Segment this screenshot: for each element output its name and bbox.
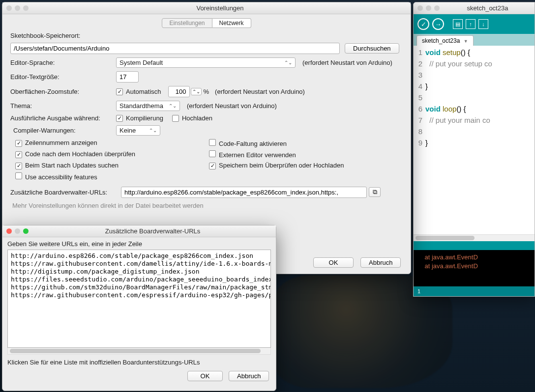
urls-textarea[interactable] (7, 250, 271, 348)
zoom-auto-checkbox[interactable] (116, 88, 123, 95)
verify-button[interactable]: ✓ (417, 18, 429, 30)
save-icon[interactable]: ↓ (478, 19, 488, 29)
close-icon[interactable] (6, 228, 12, 234)
stepper-icon[interactable]: ⌃⌄ (191, 88, 202, 95)
minimize-icon[interactable] (426, 5, 431, 11)
restart-note: (erfordert Neustart von Arduino) (215, 88, 305, 95)
file-tab-label: sketch_oct23a (422, 37, 460, 44)
status-bar: 1 (414, 286, 535, 296)
accessibility-checkbox[interactable] (15, 172, 22, 179)
save-on-verify-checkbox[interactable] (209, 163, 216, 169)
ok-button[interactable]: OK (313, 257, 354, 268)
verify-label: Code nach dem Hochladen überprüfen (25, 150, 135, 158)
language-select[interactable]: System Default⌃⌄ (116, 57, 296, 68)
unofficial-list-link[interactable]: Klicken Sie für eine Liste mit inoffizie… (2, 355, 276, 366)
urls-title: Zusätzliche Boardverwalter-URLs (33, 227, 272, 235)
restart-note: (erfordert Neustart von Arduino) (302, 59, 392, 66)
editor-scrollbar[interactable] (414, 234, 535, 241)
browse-button[interactable]: Durchsuchen (345, 43, 399, 54)
message-bar (414, 241, 535, 250)
toolbar: ✓ → ▤ ↑ ↓ (414, 14, 535, 34)
board-urls-label: Zusätzliche Boardverwalter-URLs: (10, 189, 121, 196)
urls-hint: Geben Sie weitere URLs ein, eine in jede… (2, 237, 276, 250)
language-label: Editor-Sprache: (10, 59, 116, 66)
zoom-input[interactable] (168, 86, 190, 97)
chevron-updown-icon: ⌃⌄ (149, 128, 157, 133)
urls-scrollbar[interactable] (7, 348, 271, 355)
chevron-down-icon[interactable]: ▼ (464, 39, 468, 44)
linenumbers-label: Zeilennummern anzeigen (25, 139, 97, 146)
sketchbook-path-input[interactable] (10, 43, 340, 54)
close-icon[interactable] (6, 5, 12, 11)
more-prefs-note: Mehr Voreinstellungen können direkt in d… (12, 202, 403, 209)
zoom-pct: % (204, 88, 209, 95)
external-editor-checkbox[interactable] (209, 150, 216, 157)
verbose-label: Ausführliche Ausgabe während: (10, 114, 116, 122)
theme-label: Thema: (10, 102, 116, 110)
theme-select[interactable]: Standardthema⌃⌄ (116, 101, 180, 111)
sketch-title: sketch_oct23a (445, 4, 531, 12)
tab-settings[interactable]: Einstellungen (162, 18, 212, 28)
sketchbook-label: Sketchbook-Speicherort: (10, 32, 403, 39)
external-editor-label: Externen Editor verwenden (219, 151, 296, 159)
file-tabs: sketch_oct23a ▼ (414, 34, 535, 46)
minimize-icon[interactable] (15, 5, 20, 11)
tab-network[interactable]: Netzwerk (212, 18, 251, 28)
verbose-upload-checkbox[interactable] (172, 115, 179, 122)
close-icon[interactable] (417, 5, 423, 11)
board-urls-input[interactable] (121, 187, 367, 198)
warnings-select[interactable]: Keine⌃⌄ (116, 125, 160, 136)
accessibility-label: Use accessibility features (25, 173, 97, 181)
expand-urls-button[interactable]: ⧉ (369, 187, 381, 197)
verbose-compile-label: Kompilierung (126, 114, 163, 122)
prefs-titlebar[interactable]: Voreinstellungen (2, 2, 411, 14)
fontsize-label: Editor-Textgröße: (10, 73, 116, 81)
upload-button[interactable]: → (432, 18, 444, 30)
minimize-icon[interactable] (15, 228, 20, 234)
warnings-label: Compiler-Warnungen: (10, 127, 116, 134)
code-editor[interactable]: 1void setup() { 2 // put your setup co 3… (414, 46, 535, 234)
fontsize-input[interactable] (116, 71, 139, 83)
chevron-updown-icon: ⌃⌄ (284, 60, 292, 65)
new-icon[interactable]: ▤ (453, 19, 463, 29)
file-tab[interactable]: sketch_oct23a ▼ (416, 35, 474, 46)
sketch-window: sketch_oct23a ✓ → ▤ ↑ ↓ sketch_oct23a ▼ … (413, 2, 535, 297)
zoom-icon[interactable] (23, 228, 29, 234)
verbose-compile-checkbox[interactable] (116, 115, 123, 122)
save-on-verify-label: Speichern beim Überprüfen oder Hochladen (219, 162, 344, 169)
folding-label: Code-Faltung aktivieren (219, 140, 287, 147)
chevron-updown-icon: ⌃⌄ (169, 103, 177, 109)
verbose-upload-label: Hochladen (182, 114, 212, 122)
updates-checkbox[interactable] (15, 163, 22, 169)
zoom-icon[interactable] (23, 5, 29, 11)
ok-button[interactable]: OK (187, 371, 223, 381)
zoom-label: Oberflächen-Zoomstufe: (10, 88, 116, 95)
sketch-titlebar[interactable]: sketch_oct23a (414, 2, 535, 14)
prefs-title: Voreinstellungen (33, 4, 407, 12)
updates-label: Beim Start nach Updates suchen (25, 162, 119, 169)
cancel-button[interactable]: Abbruch (229, 371, 269, 381)
linenumbers-checkbox[interactable] (15, 140, 22, 147)
prefs-tabs: Einstellungen Netzwerk (10, 18, 403, 28)
zoom-auto-label: Automatisch (126, 88, 161, 95)
urls-titlebar[interactable]: Zusätzliche Boardverwalter-URLs (2, 225, 276, 237)
restart-note: (erfordert Neustart von Arduino) (187, 102, 277, 110)
open-icon[interactable]: ↑ (466, 19, 476, 29)
console[interactable]: at java.awt.EventD at java.awt.EventD (414, 250, 535, 286)
cancel-button[interactable]: Abbruch (360, 257, 401, 268)
board-urls-dialog: Zusätzliche Boardverwalter-URLs Geben Si… (2, 225, 276, 391)
verify-checkbox[interactable] (15, 151, 22, 158)
folding-checkbox[interactable] (209, 139, 216, 146)
zoom-icon[interactable] (434, 5, 440, 11)
